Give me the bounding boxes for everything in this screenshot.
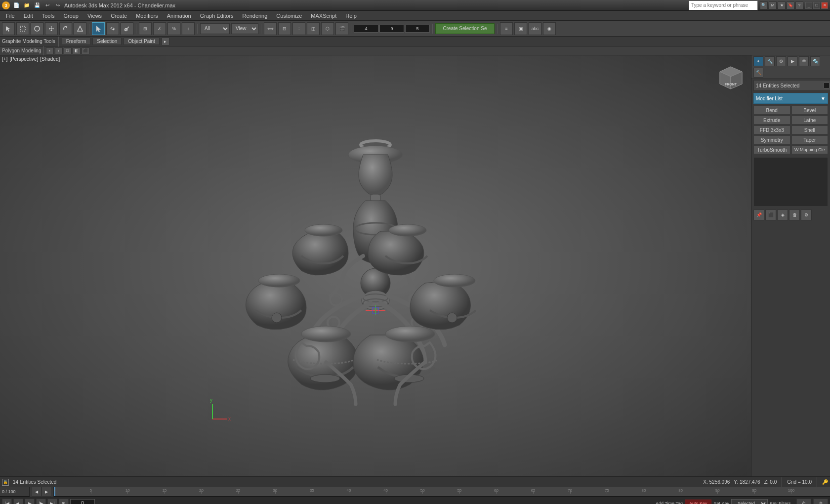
select-region-btn[interactable] xyxy=(31,22,43,35)
layer-manager-btn[interactable]: ≡ xyxy=(500,22,513,35)
anim-settings-btn[interactable]: ⚙ xyxy=(813,499,828,504)
select-filter-btn[interactable] xyxy=(2,22,15,35)
border-mode-icon[interactable]: □ xyxy=(64,47,72,54)
play-btn[interactable]: ▶ xyxy=(25,499,35,504)
element-mode-icon[interactable]: ⬛ xyxy=(82,47,89,54)
go-end-btn[interactable]: ▶| xyxy=(47,499,57,504)
viewport-shaded[interactable]: [Shaded] xyxy=(40,56,60,62)
save-icon[interactable]: 💾 xyxy=(33,1,42,10)
name-sel-sets-btn[interactable]: ▣ xyxy=(514,22,527,35)
mod-turbosmooth-btn[interactable]: TurboSmooth xyxy=(753,145,790,154)
viewport-perspective[interactable]: [Perspective] xyxy=(9,56,38,62)
material-editor-btn[interactable]: ⬡ xyxy=(321,22,334,35)
timeline-prev-btn[interactable]: ◀ xyxy=(32,487,42,497)
mod-lathe-btn[interactable]: Lathe xyxy=(791,116,829,125)
select-by-name-btn[interactable]: abc xyxy=(529,22,541,35)
redo-icon[interactable]: ↪ xyxy=(53,1,62,10)
mod-wmapping-btn[interactable]: W Mapping Cle xyxy=(791,145,829,154)
percent-snap-btn[interactable]: % xyxy=(167,22,180,35)
maximize-button[interactable]: □ xyxy=(813,2,820,9)
search-input[interactable] xyxy=(689,0,758,10)
motion-panel-icon[interactable]: ▶ xyxy=(788,56,797,66)
hierarchy-panel-icon[interactable]: ⚙ xyxy=(776,56,786,66)
selected-dropdown[interactable]: Selected xyxy=(731,499,768,504)
view-dropdown[interactable]: View xyxy=(231,23,258,34)
go-start-btn[interactable]: |◀ xyxy=(2,499,12,504)
isolate-toggle-btn[interactable]: ◉ xyxy=(543,22,556,35)
prev-frame-btn[interactable]: ◀| xyxy=(13,499,23,504)
select-cursor-btn[interactable] xyxy=(92,22,105,35)
hammer-icon[interactable]: 🔨 xyxy=(753,68,763,78)
modifier-list-button[interactable]: Modifier List ▼ xyxy=(753,93,828,104)
unlink-btn[interactable] xyxy=(121,22,133,35)
vertex-mode-icon[interactable]: • xyxy=(46,47,54,54)
timeline-next-btn[interactable]: ▶ xyxy=(42,487,51,497)
star-icon[interactable]: ★ xyxy=(778,1,786,9)
timeline-ruler[interactable]: 0510152025303540455055606570758085909510… xyxy=(54,487,830,496)
mod-extrude-btn[interactable]: Extrude xyxy=(753,116,790,125)
maxscript-icon[interactable]: M xyxy=(769,1,777,9)
menu-create[interactable]: Create xyxy=(107,12,131,20)
mod-symmetry-btn[interactable]: Symmetry xyxy=(753,135,790,144)
viewport-plus[interactable]: [+] xyxy=(2,56,7,62)
display-panel-icon[interactable]: 👁 xyxy=(799,56,809,66)
mod-taper-btn[interactable]: Taper xyxy=(791,135,829,144)
mirror-btn[interactable]: ⟺ xyxy=(264,22,277,35)
mod-bend-btn[interactable]: Bend xyxy=(753,106,790,115)
edge-mode-icon[interactable]: / xyxy=(55,47,63,54)
array-btn[interactable]: :: xyxy=(292,22,305,35)
create-panel-icon[interactable]: ✦ xyxy=(753,56,763,66)
snap-toggle-btn[interactable]: ⊞ xyxy=(139,22,152,35)
help-icon[interactable]: ? xyxy=(795,1,803,9)
make-unique-btn[interactable]: ◈ xyxy=(777,210,788,220)
scale-btn[interactable] xyxy=(74,22,86,35)
menu-group[interactable]: Group xyxy=(59,12,83,20)
align-btn[interactable]: ⊟ xyxy=(278,22,291,35)
filter-dropdown[interactable]: All xyxy=(200,23,230,34)
mod-shell-btn[interactable]: Shell xyxy=(791,126,829,134)
open-schematic-btn[interactable]: ◫ xyxy=(307,22,320,35)
utilities-panel-icon[interactable]: 🔩 xyxy=(810,56,820,66)
minimize-button[interactable]: _ xyxy=(805,2,812,9)
menu-animation[interactable]: Animation xyxy=(163,12,195,20)
menu-file[interactable]: File xyxy=(2,12,19,20)
menu-graph-editors[interactable]: Graph Editors xyxy=(196,12,238,20)
next-frame-btn[interactable]: |▶ xyxy=(36,499,46,504)
object-paint-tab[interactable]: Object Paint xyxy=(124,38,159,45)
modify-panel-icon[interactable]: 🔧 xyxy=(765,56,775,66)
lock-icon[interactable]: 🔒 xyxy=(2,479,9,486)
close-button[interactable]: ✕ xyxy=(821,2,828,9)
time-config-btn[interactable]: ⏱ xyxy=(796,499,811,504)
mod-ffd3x3x3-btn[interactable]: FFD 3x3x3 xyxy=(753,126,790,134)
mod-bevel-btn[interactable]: Bevel xyxy=(791,106,829,115)
menu-views[interactable]: Views xyxy=(83,12,106,20)
selection-tab[interactable]: Selection xyxy=(92,38,122,45)
bookmark-icon[interactable]: 🔖 xyxy=(787,1,794,9)
rotate-btn[interactable] xyxy=(59,22,72,35)
poly-mode-icon[interactable]: ◧ xyxy=(73,47,81,54)
select-btn[interactable] xyxy=(16,22,29,35)
auto-key-button[interactable]: Auto Key xyxy=(685,500,712,504)
menu-maxscript[interactable]: MAXScript xyxy=(307,12,340,20)
freeform-tab[interactable]: Freeform xyxy=(62,38,91,45)
new-icon[interactable]: 📄 xyxy=(12,1,21,10)
angle-snap-btn[interactable]: ∠ xyxy=(153,22,166,35)
pin-stack-btn[interactable]: 📌 xyxy=(753,210,764,220)
menu-customize[interactable]: Customize xyxy=(272,12,306,20)
menu-edit[interactable]: Edit xyxy=(20,12,37,20)
chandelier-scene[interactable]: x y FRONT xyxy=(0,55,751,476)
remove-modifier-btn[interactable]: 🗑 xyxy=(789,210,800,220)
open-icon[interactable]: 📁 xyxy=(22,1,31,10)
key-mode-btn[interactable]: ⊞ xyxy=(59,499,69,504)
spinner-snap-btn[interactable]: ↕ xyxy=(182,22,195,35)
render-setup-btn[interactable]: 🎬 xyxy=(335,22,348,35)
viewport[interactable]: [+] [Perspective] [Shaded] xyxy=(0,55,751,476)
nav-cube[interactable]: FRONT xyxy=(715,59,747,91)
show-end-result-btn[interactable]: ⬛ xyxy=(765,210,776,220)
menu-modifiers[interactable]: Modifiers xyxy=(132,12,162,20)
menu-tools[interactable]: Tools xyxy=(38,12,59,20)
graphite-expand-btn[interactable]: ▸ xyxy=(162,38,169,45)
menu-rendering[interactable]: Rendering xyxy=(239,12,272,20)
current-frame-display[interactable]: 0 xyxy=(70,499,95,504)
undo-icon[interactable]: ↩ xyxy=(43,1,52,10)
